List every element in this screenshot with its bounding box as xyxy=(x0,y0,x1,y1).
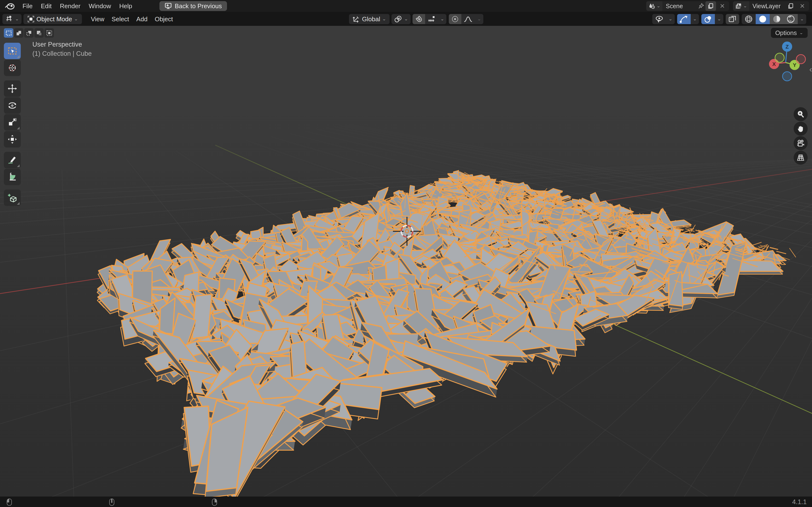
show-overlays-toggle[interactable] xyxy=(701,14,715,24)
gizmo-y-negative[interactable] xyxy=(775,53,784,62)
camera-view-button[interactable] xyxy=(794,136,808,150)
object-mode-icon xyxy=(27,15,35,23)
menu-window[interactable]: Window xyxy=(85,0,115,12)
xray-toggle[interactable] xyxy=(726,14,739,24)
shading-rendered-button[interactable] xyxy=(784,14,798,24)
scene-selector[interactable]: ⌄ Scene ✕ xyxy=(646,1,729,11)
pivot-icon xyxy=(394,15,402,23)
back-to-previous-label: Back to Previous xyxy=(175,2,222,10)
gizmo-x-negative[interactable] xyxy=(796,55,806,64)
select-mode-extend-button[interactable] xyxy=(14,28,23,38)
chevron-down-icon: ⌄ xyxy=(440,17,445,21)
tool-select-box[interactable] xyxy=(4,43,21,59)
snap-dropdown[interactable]: ⌄ xyxy=(438,14,447,24)
middle-mouse-icon xyxy=(109,499,114,506)
chevron-down-icon: ⌄ xyxy=(404,17,408,21)
orientation-axes-icon xyxy=(352,15,360,23)
visibility-dropdown[interactable]: ⌄ xyxy=(666,14,675,24)
viewport-canvas[interactable] xyxy=(0,26,812,497)
pan-view-button[interactable] xyxy=(794,122,808,136)
pivot-point-dropdown[interactable]: ⌄ xyxy=(392,14,411,24)
shading-wireframe-button[interactable] xyxy=(742,14,756,24)
menu-select[interactable]: Select xyxy=(108,12,133,26)
statusbar: 4.1.1 xyxy=(0,497,812,507)
snap-settings-button[interactable] xyxy=(425,14,438,24)
tool-cursor[interactable] xyxy=(4,60,21,76)
right-mouse-icon xyxy=(212,499,217,506)
snap-toggle[interactable] xyxy=(412,14,425,24)
gizmo-dropdown[interactable]: ⌄ xyxy=(691,14,699,24)
pin-icon[interactable] xyxy=(698,3,704,9)
view-perspective-label: User Perspective xyxy=(33,40,92,49)
shading-solid-button[interactable] xyxy=(756,14,770,24)
scene-icon xyxy=(648,2,655,10)
proportional-dropdown[interactable]: ⌄ xyxy=(475,14,483,24)
transform-orientation-dropdown[interactable]: Global ⌄ xyxy=(349,14,390,24)
back-to-previous-button[interactable]: Back to Previous xyxy=(159,1,227,11)
chevron-down-icon: ⌄ xyxy=(668,17,672,21)
scene-browse-button[interactable]: ⌄ xyxy=(646,1,662,11)
viewlayer-selector[interactable]: ⌄ ViewLayer ✕ xyxy=(733,1,809,11)
chevron-down-icon: ⌄ xyxy=(799,31,803,35)
unlink-scene-button[interactable]: ✕ xyxy=(717,1,728,11)
chevron-down-icon: ⌄ xyxy=(15,17,19,21)
svg-text:Y: Y xyxy=(793,62,797,68)
options-label: Options xyxy=(775,29,797,37)
overlays-dropdown[interactable]: ⌄ xyxy=(715,14,723,24)
mode-dropdown[interactable]: Object Mode ⌄ xyxy=(23,14,82,24)
tool-scale[interactable] xyxy=(4,114,21,131)
toggle-orthographic-button[interactable] xyxy=(794,151,808,165)
left-mouse-icon xyxy=(7,499,12,506)
chevron-down-icon: ⌄ xyxy=(656,4,660,8)
chevron-down-icon: ⌄ xyxy=(800,17,804,21)
tool-rotate[interactable] xyxy=(4,97,21,114)
show-gizmo-toggle[interactable] xyxy=(677,14,691,24)
navigation-gizmo[interactable]: Z X Y xyxy=(768,41,809,82)
view-info-overlay: User Perspective (1) Collection | Cube xyxy=(33,40,92,58)
select-mode-invert-button[interactable] xyxy=(34,28,44,38)
options-dropdown[interactable]: Options ⌄ xyxy=(771,28,808,38)
menu-file[interactable]: File xyxy=(18,0,37,12)
menu-render[interactable]: Render xyxy=(56,0,85,12)
tool-add-cube[interactable] xyxy=(4,189,21,206)
shading-material-button[interactable] xyxy=(770,14,784,24)
menu-view[interactable]: View xyxy=(87,12,108,26)
shading-dropdown[interactable]: ⌄ xyxy=(798,14,806,24)
new-viewlayer-copy-icon[interactable] xyxy=(785,1,796,11)
svg-text:Z: Z xyxy=(785,44,789,50)
chevron-down-icon: ⌄ xyxy=(743,4,747,8)
select-mode-intersect-button[interactable] xyxy=(45,28,54,38)
select-mode-subtract-button[interactable] xyxy=(24,28,34,38)
gizmo-z-negative[interactable] xyxy=(782,72,792,81)
viewlayer-browse-button[interactable]: ⌄ xyxy=(733,1,749,11)
tool-transform[interactable] xyxy=(4,131,21,148)
proportional-falloff-icon[interactable] xyxy=(461,14,475,24)
tool-annotate[interactable] xyxy=(4,152,21,168)
tool-measure[interactable] xyxy=(4,169,21,185)
remove-viewlayer-button[interactable]: ✕ xyxy=(797,1,808,11)
viewlayer-name[interactable]: ViewLayer xyxy=(749,1,784,11)
tool-move[interactable] xyxy=(4,80,21,97)
menu-edit[interactable]: Edit xyxy=(37,0,56,12)
blender-logo-icon[interactable] xyxy=(5,2,15,10)
blender-version-label: 4.1.1 xyxy=(792,498,807,506)
viewlayer-icon xyxy=(735,2,742,10)
proportional-editing-toggle[interactable] xyxy=(449,14,461,24)
mode-label: Object Mode xyxy=(37,15,72,23)
orientation-label: Global xyxy=(362,15,380,23)
menu-add[interactable]: Add xyxy=(133,12,151,26)
select-mode-row xyxy=(4,28,54,38)
sidebar-collapse-arrow[interactable]: ‹ xyxy=(809,64,812,74)
menu-object[interactable]: Object xyxy=(151,12,176,26)
select-mode-set-button[interactable] xyxy=(4,28,13,38)
new-scene-copy-icon[interactable] xyxy=(705,1,716,11)
menu-help[interactable]: Help xyxy=(115,0,136,12)
editor-type-button[interactable]: ⌄ xyxy=(2,14,21,24)
chevron-down-icon: ⌄ xyxy=(717,17,721,21)
selectability-visibility-toggle[interactable] xyxy=(652,14,666,24)
chevron-down-icon: ⌄ xyxy=(477,17,481,21)
chevron-down-icon: ⌄ xyxy=(382,17,386,21)
scene-name[interactable]: Scene xyxy=(662,1,696,11)
zoom-view-button[interactable] xyxy=(794,107,808,121)
back-screen-icon xyxy=(164,3,172,9)
